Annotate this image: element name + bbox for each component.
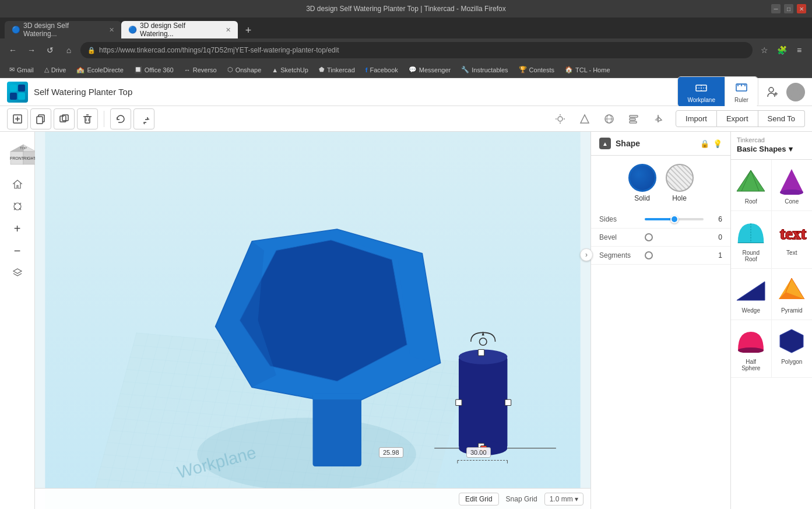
bookmark-onshape[interactable]: ⬡ Onshape (223, 65, 266, 75)
panel-collapse-chevron[interactable]: › (580, 248, 593, 261)
sides-slider[interactable] (645, 218, 704, 220)
workplane-button[interactable]: Workplane (678, 77, 725, 107)
home-button[interactable]: ⌂ (62, 43, 76, 57)
home-view-button[interactable] (8, 175, 27, 194)
bookmark-drive[interactable]: △ Drive (40, 65, 71, 75)
segments-knob[interactable] (645, 251, 653, 259)
new-tab-button[interactable]: + (240, 22, 256, 38)
shape-panel-header: ▲ Shape 🔒 💡 (591, 132, 730, 156)
forward-button[interactable]: → (24, 43, 38, 57)
gmail-icon: ✉ (9, 66, 15, 73)
duplicate-button[interactable] (54, 108, 75, 129)
svg-rect-25 (85, 117, 90, 123)
add-user-button[interactable] (763, 83, 782, 101)
svg-rect-66 (459, 357, 507, 448)
svg-text:FRONT: FRONT (9, 156, 24, 160)
shape-item-cone[interactable]: Cone (772, 160, 813, 211)
panel-collapse-button[interactable]: ▲ (599, 138, 611, 149)
bookmark-gmail-label: Gmail (17, 66, 34, 73)
more-button[interactable]: ≡ (792, 43, 806, 57)
shape-options: Solid Hole (591, 156, 730, 210)
bookmark-contests[interactable]: 🏆 Contests (514, 65, 559, 75)
redo-button[interactable] (133, 108, 154, 129)
help-icon[interactable]: 💡 (713, 139, 722, 148)
shape-item-pyramid[interactable]: Pyramid (772, 269, 813, 320)
mirror-icon-btn[interactable] (648, 108, 669, 129)
sides-slider-thumb[interactable] (670, 215, 679, 223)
svg-rect-72 (505, 399, 511, 405)
hole-option[interactable]: Hole (666, 164, 694, 202)
bookmark-office360[interactable]: 🔲 Office 360 (129, 65, 178, 75)
tab-1[interactable]: 🔵 3D design Self Watering... ✕ (5, 21, 121, 38)
solid-option[interactable]: Solid (628, 164, 656, 202)
bookmark-tcl[interactable]: 🏠 TCL - Home (560, 65, 615, 75)
shape-item-roof[interactable]: Roof (731, 160, 772, 211)
address-bar: ← → ↺ ⌂ 🔒 https://www.tinkercad.com/thin… (0, 38, 812, 62)
solid-icon (628, 164, 656, 192)
shape-thumb-pyramid (776, 275, 807, 305)
copy-button[interactable] (30, 108, 51, 129)
tab-1-close[interactable]: ✕ (109, 26, 114, 34)
new-shape-button[interactable] (7, 108, 28, 129)
delete-button[interactable] (77, 108, 98, 129)
measure-label-1: 25.98 (379, 447, 403, 458)
app-header: Self Watering Planter Top Workplane (0, 78, 812, 106)
zoom-fit-button[interactable] (8, 197, 27, 216)
shape-outline-icon-btn[interactable] (574, 108, 595, 129)
hole-label: Hole (672, 194, 687, 202)
bookmark-ecoledirecte[interactable]: 🏫 EcoleDirecte (72, 65, 128, 75)
layers-icon (12, 268, 23, 278)
bevel-knob[interactable] (645, 233, 653, 241)
shape-item-text[interactable]: text Text (772, 211, 813, 269)
avatar[interactable] (786, 83, 805, 101)
lock-panel-icon[interactable]: 🔒 (700, 139, 709, 148)
shape-item-half-sphere[interactable]: Half Sphere (731, 320, 772, 378)
send-to-button[interactable]: Send To (758, 110, 805, 127)
url-text: https://www.tinkercad.com/things/1q7D52m… (99, 46, 339, 54)
shapes-dropdown[interactable]: Basic Shapes ▾ (737, 143, 806, 155)
ruler-button[interactable]: Ruler (725, 77, 758, 107)
undo-button[interactable] (110, 108, 131, 129)
tinkercad-icon: ⬟ (319, 66, 325, 73)
bookmark-instructables[interactable]: 🔧 Instructables (456, 65, 512, 75)
minimize-button[interactable]: ─ (771, 4, 781, 13)
bookmark-messenger[interactable]: 💬 Messenger (404, 65, 455, 75)
close-button[interactable]: ✕ (797, 4, 806, 13)
import-button[interactable]: Import (676, 110, 717, 127)
export-button[interactable]: Export (717, 110, 758, 127)
align-icon-btn[interactable] (623, 108, 644, 129)
zoom-out-button[interactable]: − (8, 241, 27, 260)
viewport-icons (550, 108, 669, 129)
maximize-button[interactable]: □ (784, 4, 793, 13)
bookmark-onshape-label: Onshape (235, 66, 262, 73)
bookmark-ecoledirecte-label: EcoleDirecte (87, 66, 123, 73)
shape-thumb-half-sphere (736, 326, 766, 356)
bookmark-star-button[interactable]: ☆ (757, 43, 771, 57)
bookmark-gmail[interactable]: ✉ Gmail (5, 65, 38, 75)
snap-grid-dropdown[interactable]: 1.0 mm ▾ (544, 493, 583, 506)
url-bar[interactable]: 🔒 https://www.tinkercad.com/things/1q7D5… (80, 42, 753, 58)
bookmark-sketchup[interactable]: ▲ SketchUp (267, 65, 313, 75)
light-icon-btn[interactable] (550, 108, 571, 129)
edit-grid-button[interactable]: Edit Grid (459, 493, 499, 506)
reload-button[interactable]: ↺ (43, 43, 57, 57)
zoom-in-button[interactable]: + (8, 219, 27, 238)
back-button[interactable]: ← (6, 43, 20, 57)
shape-item-round-roof[interactable]: Round Roof (731, 211, 772, 269)
tab-2-close[interactable]: ✕ (226, 26, 231, 34)
sides-value: 6 (708, 215, 722, 223)
tab-2[interactable]: 🔵 3D design Self Watering... ✕ (121, 21, 238, 38)
viewport[interactable]: Workplane (35, 132, 590, 509)
shapes-panel-header: Tinkercad Basic Shapes ▾ (731, 132, 812, 160)
bookmark-reverso[interactable]: ↔ Reverso (180, 65, 222, 75)
bookmark-facebook[interactable]: f Facebook (361, 65, 403, 75)
shape-item-wedge[interactable]: Wedge (731, 269, 772, 320)
shapes-grid: Roof Cone (731, 160, 812, 378)
layers-button[interactable] (8, 264, 27, 282)
grid-icon-btn[interactable] (599, 108, 620, 129)
bookmark-instructables-label: Instructables (472, 66, 508, 73)
bookmark-tinkercad[interactable]: ⬟ Tinkercad (314, 65, 360, 75)
svg-text:TOP: TOP (19, 146, 26, 150)
shape-item-polygon[interactable]: Polygon (772, 320, 813, 378)
extensions-button[interactable]: 🧩 (775, 43, 789, 57)
